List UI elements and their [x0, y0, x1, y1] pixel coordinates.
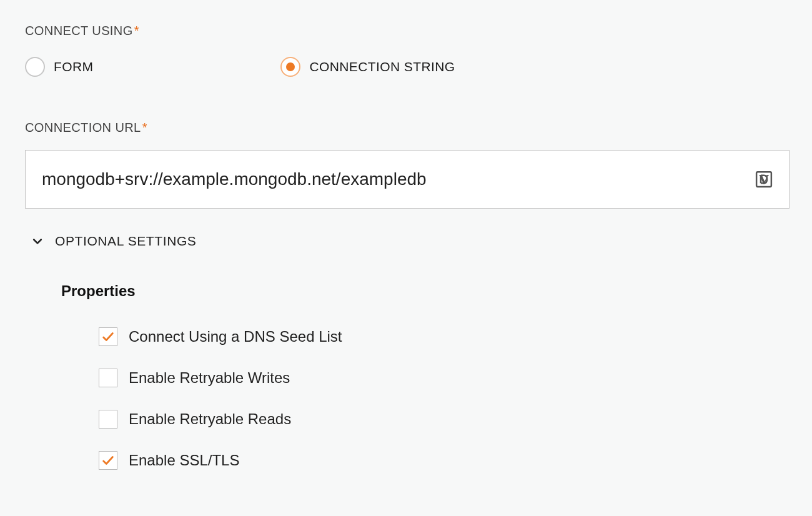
checkbox-label: Enable Retryable Writes: [129, 369, 290, 387]
properties-checkbox-list: Connect Using a DNS Seed List Enable Ret…: [99, 327, 787, 470]
radio-form-label: FORM: [54, 59, 93, 74]
radio-circle-icon: [25, 57, 45, 77]
properties-heading: Properties: [61, 282, 787, 300]
check-icon: [101, 330, 115, 344]
checkbox-label: Enable Retryable Reads: [129, 410, 291, 428]
radio-option-form[interactable]: FORM: [25, 57, 93, 77]
optional-settings-toggle[interactable]: OPTIONAL SETTINGS: [31, 234, 787, 249]
vault-icon[interactable]: V: [755, 170, 773, 189]
checkbox-box-icon: [99, 369, 117, 387]
checkbox-label: Enable SSL/TLS: [129, 452, 239, 469]
properties-section: Properties Connect Using a DNS Seed List…: [61, 282, 787, 470]
radio-dot-icon: [286, 62, 295, 71]
connection-url-label-text: CONNECTION URL: [25, 121, 141, 134]
svg-text:V: V: [759, 172, 769, 187]
checkbox-box-icon: [99, 327, 117, 346]
radio-option-connection-string[interactable]: CONNECTION STRING: [280, 57, 455, 77]
chevron-down-icon: [31, 235, 44, 247]
connection-url-label: CONNECTION URL*: [25, 121, 787, 135]
required-star: *: [134, 24, 139, 37]
optional-settings-label: OPTIONAL SETTINGS: [55, 234, 196, 249]
checkbox-box-icon: [99, 410, 117, 429]
radio-connection-string-label: CONNECTION STRING: [309, 59, 455, 74]
checkbox-box-icon: [99, 451, 117, 470]
connect-using-label-text: CONNECT USING: [25, 24, 133, 37]
checkbox-retryable-writes[interactable]: Enable Retryable Writes: [99, 369, 787, 387]
check-icon: [101, 454, 115, 467]
checkbox-ssl-tls[interactable]: Enable SSL/TLS: [99, 451, 787, 470]
connect-using-radio-group: FORM CONNECTION STRING: [25, 57, 787, 77]
radio-circle-icon: [280, 57, 300, 77]
connection-url-input[interactable]: [25, 150, 790, 209]
connection-url-field-wrap: V: [25, 150, 790, 209]
required-star: *: [142, 121, 147, 134]
checkbox-dns-seed-list[interactable]: Connect Using a DNS Seed List: [99, 327, 787, 346]
checkbox-retryable-reads[interactable]: Enable Retryable Reads: [99, 410, 787, 429]
checkbox-label: Connect Using a DNS Seed List: [129, 328, 342, 345]
connect-using-label: CONNECT USING*: [25, 24, 787, 38]
